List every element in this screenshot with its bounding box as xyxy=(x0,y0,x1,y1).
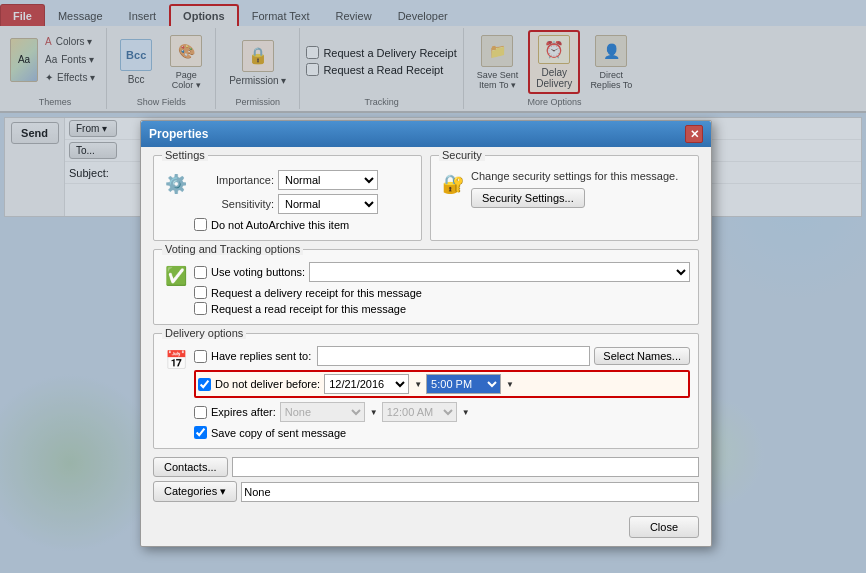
dialog-body: Settings ⚙️ Importance: Normal Sensitivi… xyxy=(141,147,711,510)
autoarchive-row: Do not AutoArchive this item xyxy=(194,218,378,231)
importance-row: Importance: Normal xyxy=(194,170,378,190)
use-voting-label: Use voting buttons: xyxy=(211,266,305,278)
contacts-label: Contacts... xyxy=(164,461,217,473)
replies-to-row: Have replies sent to: Select Names... xyxy=(194,346,690,366)
categories-row: Categories ▾ xyxy=(153,481,699,502)
read-receipt-track-label: Request a read receipt for this message xyxy=(211,303,406,315)
security-icon: 🔐 xyxy=(439,170,467,198)
categories-button[interactable]: Categories ▾ xyxy=(153,481,237,502)
dialog-title: Properties xyxy=(149,127,208,141)
expires-date-select[interactable]: None xyxy=(280,402,365,422)
dialog-titlebar: Properties ✕ xyxy=(141,121,711,147)
select-names-label: Select Names... xyxy=(603,350,681,362)
read-receipt-track-row: Request a read receipt for this message xyxy=(194,302,690,315)
expires-date-dropdown-icon: ▼ xyxy=(370,408,378,417)
contacts-button[interactable]: Contacts... xyxy=(153,457,228,477)
security-section-title: Security xyxy=(439,149,485,161)
do-not-deliver-row: Do not deliver before: 12/21/2016 ▼ 5:00… xyxy=(194,370,690,398)
delivery-section-title: Delivery options xyxy=(162,327,246,339)
settings-icon: ⚙️ xyxy=(162,170,190,198)
expires-after-label: Expires after: xyxy=(211,406,276,418)
security-settings-button[interactable]: Security Settings... xyxy=(471,188,585,208)
delivery-icon: 📅 xyxy=(162,346,190,374)
voting-icon: ✅ xyxy=(162,262,190,290)
replies-to-label: Have replies sent to: xyxy=(211,350,311,362)
do-not-deliver-date-select[interactable]: 12/21/2016 xyxy=(324,374,409,394)
replies-to-checkbox[interactable] xyxy=(194,350,207,363)
importance-select[interactable]: Normal xyxy=(278,170,378,190)
contacts-input[interactable] xyxy=(232,457,699,477)
contacts-row: Contacts... xyxy=(153,457,699,477)
close-button[interactable]: Close xyxy=(629,516,699,538)
sensitivity-label: Sensitivity: xyxy=(194,198,274,210)
use-voting-row: Use voting buttons: xyxy=(194,262,690,282)
security-text: Change security settings for this messag… xyxy=(471,170,678,182)
security-settings-label: Security Settings... xyxy=(482,192,574,204)
settings-section: Settings ⚙️ Importance: Normal Sensitivi… xyxy=(153,155,422,241)
select-names-button[interactable]: Select Names... xyxy=(594,347,690,365)
do-not-deliver-time-select[interactable]: 5:00 PM xyxy=(426,374,501,394)
importance-label: Importance: xyxy=(194,174,274,186)
read-receipt-track-checkbox[interactable] xyxy=(194,302,207,315)
do-not-deliver-checkbox[interactable] xyxy=(198,378,211,391)
delivery-section: Delivery options 📅 Have replies sent to:… xyxy=(153,333,699,449)
expires-after-row: Expires after: None ▼ 12:00 AM ▼ xyxy=(194,402,690,422)
delivery-receipt-track-checkbox[interactable] xyxy=(194,286,207,299)
time-dropdown-icon: ▼ xyxy=(506,380,514,389)
sensitivity-select[interactable]: Normal xyxy=(278,194,378,214)
replies-to-input[interactable] xyxy=(317,346,590,366)
dialog-close-button[interactable]: ✕ xyxy=(685,125,703,143)
properties-dialog: Properties ✕ Settings ⚙️ Importance: Nor… xyxy=(140,120,712,547)
voting-section: Voting and Tracking options ✅ Use voting… xyxy=(153,249,699,325)
autoarchive-checkbox[interactable] xyxy=(194,218,207,231)
do-not-deliver-label: Do not deliver before: xyxy=(215,378,320,390)
save-copy-row: Save copy of sent message xyxy=(194,426,690,439)
close-label: Close xyxy=(650,521,678,533)
voting-section-title: Voting and Tracking options xyxy=(162,243,303,255)
dialog-bottom: Close xyxy=(141,510,711,546)
expires-time-select[interactable]: 12:00 AM xyxy=(382,402,457,422)
categories-label: Categories ▾ xyxy=(164,485,226,498)
delivery-receipt-track-label: Request a delivery receipt for this mess… xyxy=(211,287,422,299)
security-section: Security 🔐 Change security settings for … xyxy=(430,155,699,241)
expires-time-dropdown-icon: ▼ xyxy=(462,408,470,417)
save-copy-label: Save copy of sent message xyxy=(211,427,346,439)
use-voting-checkbox[interactable] xyxy=(194,266,207,279)
categories-input[interactable] xyxy=(241,482,699,502)
settings-section-title: Settings xyxy=(162,149,208,161)
autoarchive-label: Do not AutoArchive this item xyxy=(211,219,349,231)
settings-security-row: Settings ⚙️ Importance: Normal Sensitivi… xyxy=(153,155,699,241)
expires-after-checkbox[interactable] xyxy=(194,406,207,419)
voting-buttons-select[interactable] xyxy=(309,262,690,282)
sensitivity-row: Sensitivity: Normal xyxy=(194,194,378,214)
date-dropdown-icon: ▼ xyxy=(414,380,422,389)
save-copy-checkbox[interactable] xyxy=(194,426,207,439)
delivery-receipt-track-row: Request a delivery receipt for this mess… xyxy=(194,286,690,299)
